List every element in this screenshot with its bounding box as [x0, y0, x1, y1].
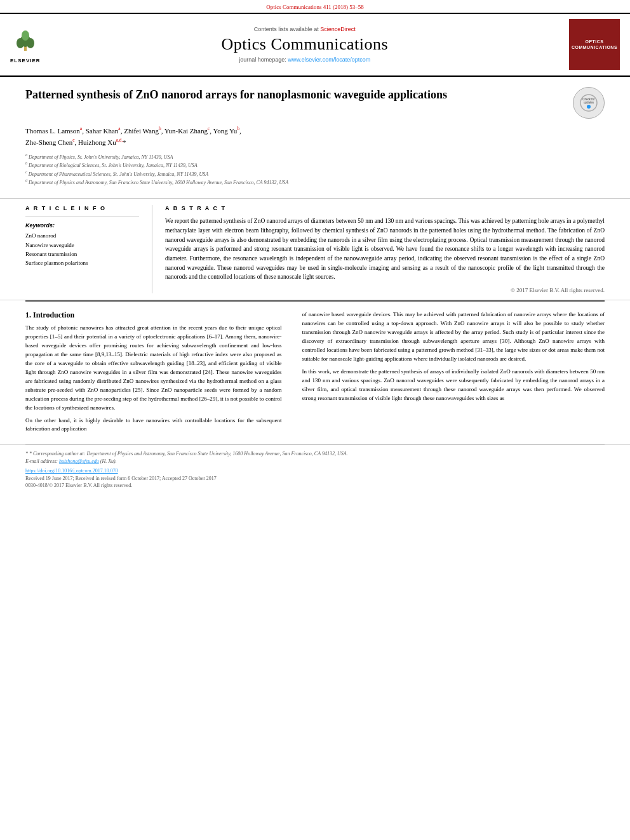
- affiliation-d: d Department of Physics and Astronomy, S…: [25, 178, 605, 187]
- authors-line: Thomas L. Lamsona, Sahar Khana, Zhifei W…: [25, 125, 605, 149]
- homepage-line: journal homepage: www.elsevier.com/locat…: [53, 57, 556, 63]
- sciencedirect-link[interactable]: ScienceDirect: [320, 26, 356, 32]
- homepage-link[interactable]: www.elsevier.com/locate/optcom: [288, 57, 370, 63]
- page-wrapper: Optics Communications 411 (2018) 53–58 E…: [0, 0, 630, 492]
- abstract-label: A B S T R A C T: [165, 205, 605, 211]
- affiliation-c: c Department of Pharmaceutical Sciences,…: [25, 170, 605, 178]
- doi-link[interactable]: https://doi.org/10.1016/j.optcom.2017.10…: [25, 468, 118, 474]
- email-name: (H. Xu).: [100, 458, 117, 464]
- affiliation-b: b Department of Biological Sciences, St.…: [25, 161, 605, 170]
- journal-logo-badge: OPTICS COMMUNICATIONS: [569, 19, 620, 70]
- intro-paragraph-3: of nanowire based waveguide devices. Thi…: [302, 310, 605, 364]
- affiliation-a: a Department of Physics, St. John's Univ…: [25, 152, 605, 161]
- article-title-row: Patterned synthesis of ZnO nanorod array…: [25, 87, 605, 119]
- keyword-zno: ZnO nanorod: [25, 231, 139, 240]
- keywords-label: Keywords:: [25, 222, 139, 229]
- journal-header: ELSEVIER Contents lists available at Sci…: [0, 13, 630, 76]
- svg-text:updates: updates: [584, 101, 594, 104]
- svg-point-8: [587, 105, 591, 109]
- received-line: Received 19 June 2017; Received in revis…: [25, 476, 605, 481]
- abstract-panel: A B S T R A C T We report the patterned …: [152, 205, 605, 293]
- journal-title-block: Contents lists available at ScienceDirec…: [41, 26, 569, 63]
- article-section: Patterned synthesis of ZnO nanorod array…: [0, 77, 630, 199]
- email-line: E-mail address: huizhong@sfsu.edu (H. Xu…: [25, 458, 605, 465]
- main-content: 1. Introduction The study of photonic na…: [0, 302, 630, 444]
- star-footnote: *: [25, 451, 28, 457]
- check-updates-badge: Check for updates: [573, 87, 605, 119]
- keyword-spp: Surface plasmon polaritons: [25, 258, 139, 267]
- corresponding-author-note: * * Corresponding author at: Department …: [25, 450, 605, 458]
- doi-line: https://doi.org/10.1016/j.optcom.2017.10…: [25, 468, 605, 474]
- elsevier-text: ELSEVIER: [10, 58, 41, 63]
- section-num: 1. Introduction: [25, 310, 74, 319]
- corresponding-author-text: * Corresponding author at: Department of…: [29, 451, 348, 457]
- citation-text: Optics Communications 411 (2018) 53–58: [266, 4, 364, 10]
- intro-paragraph-1: The study of photonic nanowires has attr…: [25, 324, 282, 412]
- article-info-label: A R T I C L E I N F O: [25, 205, 139, 211]
- article-info-panel: A R T I C L E I N F O Keywords: ZnO nano…: [25, 205, 152, 293]
- abstract-text: We report the patterned synthesis of ZnO…: [165, 217, 605, 282]
- keyword-nanowire: Nanowire waveguide: [25, 241, 139, 250]
- check-updates-icon: Check for updates: [579, 93, 598, 112]
- issn-line: 0030-4018/© 2017 Elsevier B.V. All right…: [25, 483, 605, 488]
- svg-point-4: [22, 30, 29, 41]
- footer-section: * * Corresponding author at: Department …: [0, 444, 630, 492]
- intro-paragraph-2: On the other hand, it is highly desirabl…: [25, 417, 282, 434]
- citation-bar: Optics Communications 411 (2018) 53–58: [0, 0, 630, 13]
- article-body: A R T I C L E I N F O Keywords: ZnO nano…: [0, 199, 630, 300]
- elsevier-tree-icon: [11, 25, 39, 53]
- article-title: Patterned synthesis of ZnO nanorod array…: [25, 87, 563, 102]
- copyright-line: © 2017 Elsevier B.V. All rights reserved…: [165, 287, 605, 293]
- right-column: of nanowire based waveguide devices. Thi…: [292, 310, 605, 437]
- email-link[interactable]: huizhong@sfsu.edu: [59, 458, 99, 464]
- elsevier-logo-block: ELSEVIER: [10, 25, 41, 63]
- keyword-resonant: Resonant transmission: [25, 250, 139, 258]
- svg-point-3: [27, 38, 34, 48]
- intro-paragraph-4: In this work, we demonstrate the pattern…: [302, 368, 605, 403]
- email-label: E-mail address:: [25, 458, 58, 464]
- left-column: 1. Introduction The study of photonic na…: [25, 310, 292, 437]
- contents-line: Contents lists available at ScienceDirec…: [53, 26, 556, 32]
- svg-point-2: [17, 38, 24, 48]
- affiliations-block: a Department of Physics, St. John's Univ…: [25, 152, 605, 187]
- journal-title: Optics Communications: [53, 35, 556, 54]
- introduction-title: 1. Introduction: [25, 310, 282, 320]
